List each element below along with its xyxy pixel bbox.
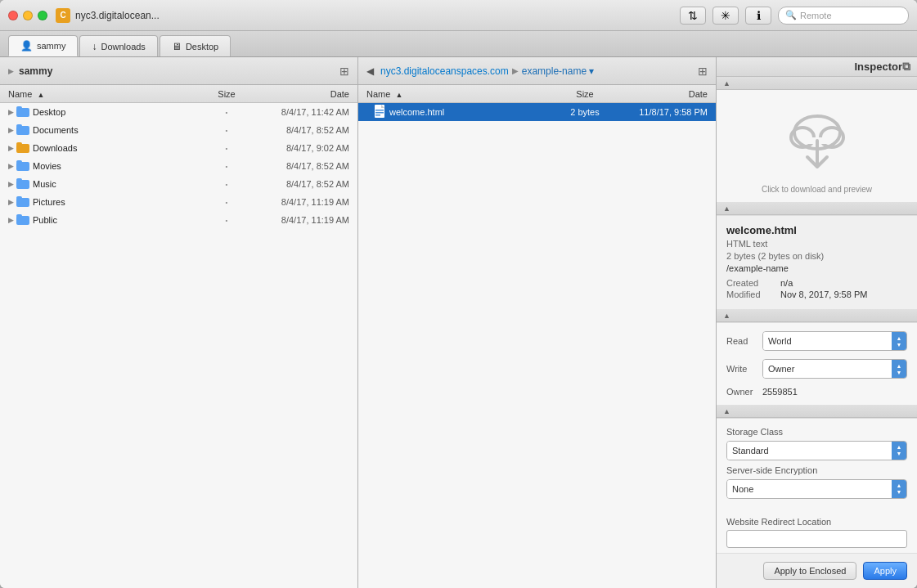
list-item[interactable]: ▶ Documents • 8/4/17, 8:52 AM	[0, 121, 357, 139]
folder-icon	[16, 195, 29, 209]
left-panel-header: ▶ sammy ⊞	[0, 57, 357, 85]
tab-sammy-label: sammy	[37, 41, 65, 51]
section-toggle-permissions[interactable]: ▲	[717, 309, 917, 322]
section-toggle-info[interactable]: ▲	[717, 202, 917, 215]
back-arrow[interactable]: ◀	[366, 65, 374, 77]
left-panel: ▶ sammy ⊞ Name ▲ Size Date ▶	[0, 57, 358, 588]
traffic-lights	[8, 11, 47, 20]
permissions-section: Read World ▲ ▼ Write Owner	[717, 322, 917, 405]
expand-icon: ▶	[8, 216, 16, 224]
left-file-list: ▶ Desktop • 8/4/17, 11:42 AM ▶ Documents…	[0, 103, 357, 588]
arrow-up-icon: ▲	[897, 483, 902, 488]
breadcrumb-host[interactable]: nyc3.digitaloceanspaces.com	[380, 65, 509, 77]
expand-icon: ▶	[8, 126, 16, 134]
action-buttons: Apply to Enclosed Apply	[717, 553, 917, 588]
write-stepper[interactable]: ▲ ▼	[892, 360, 906, 378]
transfer-button[interactable]: ⇅	[680, 7, 706, 25]
section-toggle-storage[interactable]: ▲	[717, 405, 917, 418]
grid-icon[interactable]: ⊞	[339, 65, 349, 78]
file-date: 8/4/17, 11:42 AM	[251, 107, 349, 117]
folder-icon	[16, 123, 29, 137]
file-size: •	[202, 199, 251, 206]
file-info-section: welcome.html HTML text 2 bytes (2 bytes …	[717, 215, 917, 309]
breadcrumb-current[interactable]: example-name ▾	[522, 65, 595, 77]
write-permission-row: Write Owner ▲ ▼	[726, 359, 907, 379]
file-info-created: Created n/a	[726, 278, 907, 288]
list-item[interactable]: ▶ Pictures • 8/4/17, 11:19 AM	[0, 193, 357, 211]
remote-file-list: welcome.html 2 bytes 11/8/17, 9:58 PM	[358, 103, 716, 588]
expand-icon: ▶	[8, 144, 16, 152]
owner-value: 2559851	[762, 387, 798, 397]
storage-class-label: Storage Class	[726, 427, 907, 437]
folder-icon	[16, 141, 29, 155]
title-bar: C nyc3.digitalocean... ⇅ ✳ ℹ 🔍 Remote	[0, 0, 917, 31]
close-button[interactable]	[8, 11, 18, 20]
read-stepper[interactable]: ▲ ▼	[892, 332, 906, 350]
sort-arrow: ▲	[395, 91, 402, 99]
svg-rect-9	[16, 178, 22, 182]
write-label: Write	[726, 364, 757, 374]
section-toggle-preview[interactable]: ▲	[717, 77, 917, 90]
encryption-stepper[interactable]: ▲ ▼	[892, 480, 906, 498]
file-info-name: welcome.html	[726, 224, 907, 236]
svg-rect-18	[375, 114, 380, 116]
redirect-label: Website Redirect Location	[726, 517, 907, 527]
remote-grid-icon[interactable]: ⊞	[698, 65, 708, 78]
encryption-select[interactable]: None	[727, 480, 892, 498]
storage-section: Storage Class Standard ▲ ▼ Server-side E…	[717, 418, 917, 512]
folder-icon	[16, 213, 29, 227]
bookmarks-button[interactable]: ✳	[712, 7, 739, 25]
list-item[interactable]: welcome.html 2 bytes 11/8/17, 9:58 PM	[358, 103, 716, 121]
arrow-down-icon: ▼	[897, 370, 902, 375]
inspector-header: Inspector ⧉	[717, 57, 917, 77]
list-item[interactable]: ▶ Public • 8/4/17, 11:19 AM	[0, 211, 357, 229]
apply-to-enclosed-button[interactable]: Apply to Enclosed	[763, 562, 856, 580]
file-info-path: /example-name	[726, 263, 907, 273]
file-date: 8/4/17, 9:02 AM	[251, 143, 349, 153]
write-select[interactable]: Owner	[763, 360, 892, 378]
left-col-date: Date	[251, 89, 349, 99]
info-button[interactable]: ℹ	[745, 7, 771, 25]
left-col-name: Name ▲	[8, 89, 202, 99]
list-item[interactable]: ▶ Music • 8/4/17, 8:52 AM	[0, 175, 357, 193]
storage-class-select[interactable]: Standard	[727, 442, 892, 460]
list-item[interactable]: ▶ Downloads • 8/4/17, 9:02 AM	[0, 139, 357, 157]
main-content: ▶ sammy ⊞ Name ▲ Size Date ▶	[0, 57, 917, 588]
tab-sammy[interactable]: 👤 sammy	[8, 35, 78, 56]
read-select[interactable]: World	[763, 332, 892, 350]
write-select-wrapper: Owner ▲ ▼	[762, 359, 907, 379]
search-bar[interactable]: 🔍 Remote	[778, 7, 909, 25]
maximize-button[interactable]	[38, 11, 47, 20]
app-icon: C	[56, 8, 70, 23]
redirect-input[interactable]	[726, 530, 907, 548]
minimize-button[interactable]	[23, 11, 33, 20]
encryption-label: Server-side Encryption	[726, 465, 907, 475]
preview-area[interactable]: Click to download and preview	[717, 90, 917, 202]
expand-icon: ▶	[8, 162, 16, 170]
file-name: Documents	[33, 125, 202, 135]
arrow-down-icon: ▼	[897, 342, 902, 348]
file-size: •	[202, 145, 251, 152]
owner-row: Owner 2559851	[726, 387, 907, 397]
file-date: 8/4/17, 8:52 AM	[251, 125, 349, 135]
inspector-title: Inspector	[854, 61, 902, 73]
tab-downloads[interactable]: ↓ Downloads	[79, 35, 157, 56]
inspector-expand-button[interactable]: ⧉	[902, 60, 910, 74]
storage-class-stepper[interactable]: ▲ ▼	[892, 442, 906, 460]
apply-button[interactable]: Apply	[863, 562, 907, 580]
remote-column-headers: Name ▲ Size Date	[358, 85, 716, 103]
remote-panel: ◀ nyc3.digitaloceanspaces.com ▶ example-…	[358, 57, 717, 588]
download-cloud-icon	[784, 106, 850, 180]
chevron-up-icon: ▲	[723, 79, 730, 88]
chevron-up-icon: ▲	[723, 312, 730, 320]
tabs-bar: 👤 sammy ↓ Downloads 🖥 Desktop	[0, 31, 917, 57]
file-info-type: HTML text	[726, 239, 907, 249]
chevron-up-icon: ▲	[723, 204, 730, 213]
expand-icon: ▶	[8, 180, 16, 188]
remote-col-name: Name ▲	[366, 89, 560, 99]
list-item[interactable]: ▶ Desktop • 8/4/17, 11:42 AM	[0, 103, 357, 121]
tab-desktop[interactable]: 🖥 Desktop	[160, 35, 231, 56]
list-item[interactable]: ▶ Movies • 8/4/17, 8:52 AM	[0, 157, 357, 175]
svg-rect-7	[16, 160, 22, 164]
arrow-up-icon: ▲	[897, 363, 902, 369]
